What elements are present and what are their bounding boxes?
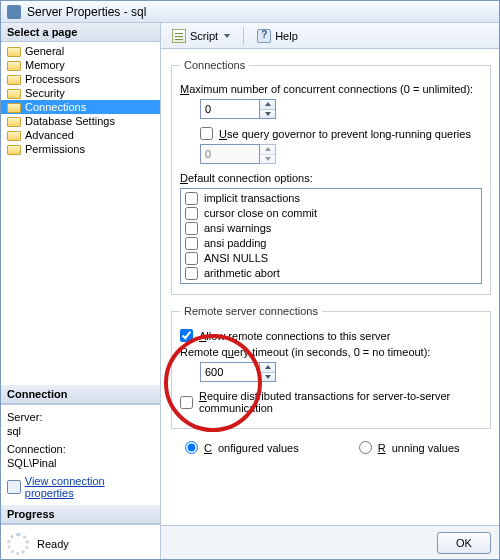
chevron-down-icon — [224, 34, 230, 38]
default-options-label: Default connection options: — [180, 172, 482, 184]
window-title: Server Properties - sql — [27, 5, 146, 19]
sidebar-item-database-settings[interactable]: Database Settings — [1, 114, 160, 128]
sidebar-item-memory[interactable]: Memory — [1, 58, 160, 72]
remote-group: Remote server connections Allow remote c… — [171, 305, 491, 429]
select-page-header: Select a page — [1, 23, 160, 42]
max-connections-input[interactable] — [200, 99, 260, 119]
require-distributed-label: Require distributed transactions for ser… — [199, 390, 482, 414]
progress-header: Progress — [1, 505, 160, 524]
use-query-governor-label: Use query governor to prevent long-runni… — [219, 128, 471, 140]
help-button[interactable]: Help — [252, 26, 303, 46]
connection-header: Connection — [1, 385, 160, 404]
page-icon — [7, 143, 21, 155]
default-options-listbox[interactable]: implicit transactionscursor close on com… — [180, 188, 482, 284]
script-button[interactable]: Script — [167, 26, 235, 46]
remote-group-legend: Remote server connections — [180, 305, 322, 317]
titlebar: Server Properties - sql — [1, 1, 499, 23]
page-tree[interactable]: GeneralMemoryProcessorsSecurityConnectio… — [1, 42, 160, 158]
app-icon — [7, 5, 21, 19]
configured-values-radio[interactable]: Configured values — [185, 441, 299, 454]
connection-label: Connection: — [7, 443, 154, 455]
running-values-radio[interactable]: Running values — [359, 441, 460, 454]
max-connections-label: Maximum number of concurrent connections… — [180, 83, 482, 95]
sidebar-item-processors[interactable]: Processors — [1, 72, 160, 86]
page-icon — [7, 45, 21, 57]
toolbar-divider — [243, 27, 244, 45]
allow-remote-label: Allow remote connections to this server — [199, 330, 390, 342]
sidebar-item-connections[interactable]: Connections — [1, 100, 160, 114]
ok-button[interactable]: OK — [437, 532, 491, 554]
server-value: sql — [7, 425, 154, 437]
option-implicit-transactions[interactable]: implicit transactions — [185, 191, 477, 206]
allow-remote-checkbox[interactable] — [180, 329, 193, 342]
sidebar-item-general[interactable]: General — [1, 44, 160, 58]
progress-spinner-icon — [7, 533, 29, 555]
page-icon — [7, 129, 21, 141]
connections-group-legend: Connections — [180, 59, 249, 71]
page-icon — [7, 101, 21, 113]
option-cursor-close-on-commit[interactable]: cursor close on commit — [185, 206, 477, 221]
remote-timeout-input[interactable] — [200, 362, 260, 382]
page-icon — [7, 73, 21, 85]
page-icon — [7, 59, 21, 71]
sidebar-item-security[interactable]: Security — [1, 86, 160, 100]
progress-status: Ready — [37, 538, 69, 550]
option-ansi-warnings[interactable]: ansi warnings — [185, 221, 477, 236]
query-governor-value-input — [200, 144, 260, 164]
page-icon — [7, 87, 21, 99]
connections-group: Connections Maximum number of concurrent… — [171, 59, 491, 295]
require-distributed-checkbox[interactable] — [180, 396, 193, 409]
option-ansi-nulls[interactable]: ANSI NULLS — [185, 251, 477, 266]
max-connections-stepper[interactable] — [260, 99, 276, 119]
use-query-governor-checkbox[interactable] — [200, 127, 213, 140]
page-icon — [7, 115, 21, 127]
sidebar-item-permissions[interactable]: Permissions — [1, 142, 160, 156]
option-arithmetic-abort[interactable]: arithmetic abort — [185, 266, 477, 281]
sidebar-item-advanced[interactable]: Advanced — [1, 128, 160, 142]
remote-timeout-stepper[interactable] — [260, 362, 276, 382]
view-connection-properties-link[interactable]: View connection properties — [7, 475, 154, 499]
script-icon — [172, 29, 186, 43]
query-governor-stepper — [260, 144, 276, 164]
remote-timeout-label: Remote query timeout (in seconds, 0 = no… — [180, 346, 482, 358]
properties-icon — [7, 480, 21, 494]
help-icon — [257, 29, 271, 43]
option-ansi-padding[interactable]: ansi padding — [185, 236, 477, 251]
server-label: Server: — [7, 411, 154, 423]
connection-value: SQL\Pinal — [7, 457, 154, 469]
